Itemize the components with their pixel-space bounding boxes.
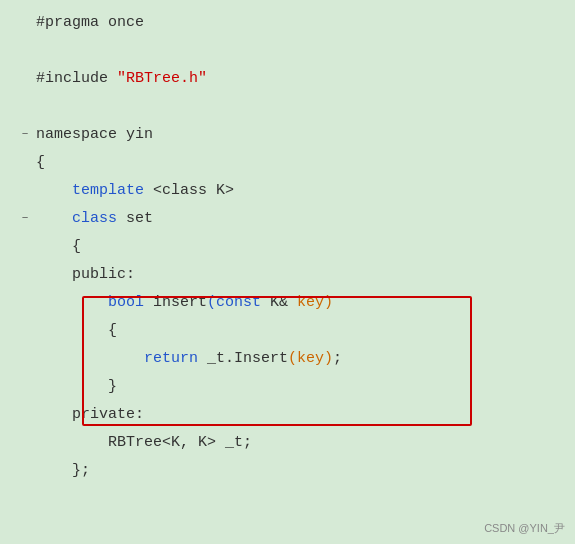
code-line: #include "RBTree.h" (0, 64, 575, 92)
token: template (36, 182, 153, 199)
token: }; (36, 462, 90, 479)
code-text: }; (32, 462, 575, 479)
token: #pragma (36, 14, 108, 31)
token: { (36, 322, 117, 339)
token: private: (36, 406, 144, 423)
code-text: { (32, 154, 575, 171)
token: public: (36, 266, 135, 283)
code-line: bool insert(const K& key) (0, 288, 575, 316)
code-line (0, 92, 575, 120)
token: insert (153, 294, 207, 311)
code-line: − class set (0, 204, 575, 232)
code-text: #include "RBTree.h" (32, 70, 575, 87)
code-line: } (0, 372, 575, 400)
code-text: class set (32, 210, 575, 227)
token: & (279, 294, 297, 311)
code-line: { (0, 316, 575, 344)
token: Insert (234, 350, 288, 367)
watermark: CSDN @YIN_尹 (484, 521, 565, 536)
token: bool (36, 294, 153, 311)
code-line: template <class K> (0, 176, 575, 204)
code-line: { (0, 232, 575, 260)
token: key) (297, 294, 333, 311)
fold-icon[interactable]: − (18, 212, 32, 224)
token: (key) (288, 350, 333, 367)
token: _t. (207, 350, 234, 367)
code-line: RBTree<K, K> _t; (0, 428, 575, 456)
code-text: private: (32, 406, 575, 423)
token: RBTree<K, K> _t; (36, 434, 252, 451)
code-text: namespace yin (32, 126, 575, 143)
token: return (36, 350, 207, 367)
code-line: }; (0, 456, 575, 484)
code-text: bool insert(const K& key) (32, 294, 575, 311)
token: { (36, 238, 81, 255)
code-text: { (32, 322, 575, 339)
token: once (108, 14, 144, 31)
fold-icon[interactable]: − (18, 128, 32, 140)
token: #include (36, 70, 117, 87)
token: class (36, 210, 126, 227)
token: ; (333, 350, 342, 367)
token: set (126, 210, 153, 227)
code-text: #pragma once (32, 14, 575, 31)
code-line: −namespace yin (0, 120, 575, 148)
code-editor: #pragma once#include "RBTree.h"−namespac… (0, 0, 575, 544)
code-line: return _t.Insert(key); (0, 344, 575, 372)
code-line: { (0, 148, 575, 176)
code-line: private: (0, 400, 575, 428)
token: "RBTree.h" (117, 70, 207, 87)
code-text: template <class K> (32, 182, 575, 199)
token: namespace (36, 126, 126, 143)
code-text: RBTree<K, K> _t; (32, 434, 575, 451)
code-line: #pragma once (0, 8, 575, 36)
token: <class K> (153, 182, 234, 199)
token: { (36, 154, 45, 171)
code-text: public: (32, 266, 575, 283)
code-line (0, 36, 575, 64)
token: (const (207, 294, 270, 311)
token: } (36, 378, 117, 395)
code-text: { (32, 238, 575, 255)
code-line: public: (0, 260, 575, 288)
token: K (270, 294, 279, 311)
token: yin (126, 126, 153, 143)
code-text: return _t.Insert(key); (32, 350, 575, 367)
code-text: } (32, 378, 575, 395)
